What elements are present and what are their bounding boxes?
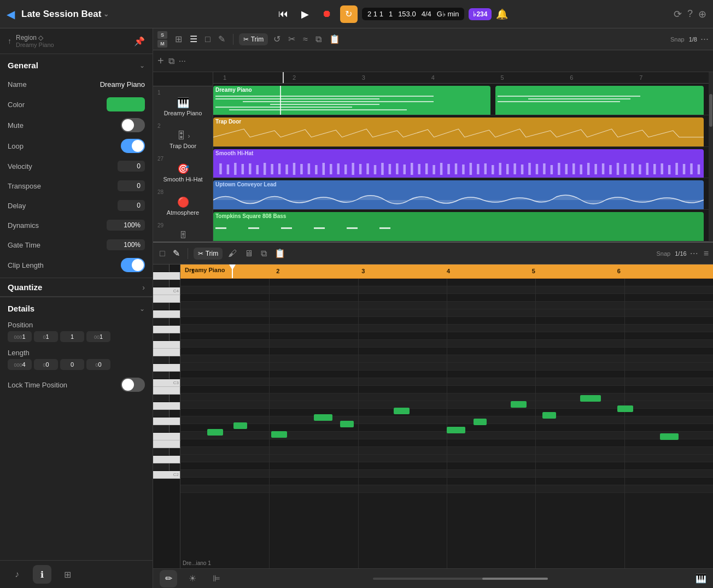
add-track-button[interactable]: + — [157, 55, 164, 67]
piano-key-22[interactable] — [153, 433, 180, 440]
piano-key-10[interactable] — [153, 341, 180, 349]
piano-key-17[interactable] — [153, 395, 170, 402]
piano-key-24[interactable] — [153, 448, 170, 456]
pr-note-6[interactable] — [447, 427, 465, 433]
details-section-header[interactable]: Details ⌄ — [0, 297, 153, 317]
snap-value[interactable]: 1/8 — [689, 36, 697, 43]
pr-note-4[interactable] — [340, 421, 353, 427]
delay-field[interactable]: 0 — [118, 200, 145, 211]
scrollbar-thumb[interactable] — [709, 94, 712, 127]
gate-time-field[interactable]: 100% — [107, 239, 145, 250]
piano-key-2[interactable] — [153, 280, 170, 287]
piano-key-15[interactable]: C3 — [153, 379, 180, 387]
clip-dreamy-piano-2[interactable] — [495, 86, 704, 115]
scissors-icon[interactable]: ✂ — [286, 32, 297, 46]
pr-pen-icon[interactable]: ✎ — [171, 246, 182, 261]
copy-track-button[interactable]: ⧉ — [168, 56, 174, 66]
pr-clipboard-icon[interactable]: 📋 — [272, 246, 288, 261]
pr-note-3[interactable] — [314, 414, 332, 421]
track-ellipsis-button[interactable]: ··· — [179, 56, 186, 66]
pr-note-7[interactable] — [474, 419, 487, 425]
position-field-3[interactable]: 001 — [86, 331, 110, 342]
position-field-1[interactable]: 01 — [34, 331, 58, 342]
piano-key-14[interactable] — [153, 372, 170, 379]
velocity-field[interactable]: 0 — [118, 161, 145, 172]
record-button[interactable]: ⏺ — [318, 5, 336, 23]
pr-brush-icon[interactable]: 🖌 — [226, 246, 239, 261]
pr-lines-icon[interactable]: ≡ — [704, 249, 709, 258]
general-section-header[interactable]: General ⌄ — [0, 54, 153, 74]
grid-tab[interactable]: ⊞ — [58, 565, 77, 584]
more-button[interactable]: ··· — [700, 33, 709, 45]
piano-key-25[interactable] — [153, 456, 180, 463]
piano-key-0[interactable] — [153, 264, 170, 272]
wave-icon[interactable]: ≈ — [301, 32, 310, 46]
scroll-thumb[interactable] — [482, 578, 548, 580]
length-field-0[interactable]: 0004 — [8, 359, 32, 370]
pr-monitor-icon[interactable]: 🖥 — [242, 246, 255, 261]
piano-roll-grid[interactable]: Dreamy Piano 1 2 3 4 5 6 — [180, 264, 713, 568]
play-button[interactable]: ▶ — [296, 5, 314, 23]
pin-icon[interactable]: 📌 — [134, 36, 145, 46]
help-icon[interactable]: ? — [687, 8, 693, 20]
pr-note-5[interactable] — [394, 408, 410, 414]
piano-key-4[interactable] — [153, 295, 180, 303]
pr-note-11[interactable] — [617, 405, 633, 412]
clip-length-toggle[interactable] — [121, 258, 145, 272]
length-field-1[interactable]: 00 — [34, 359, 58, 370]
pr-note-8[interactable] — [511, 401, 527, 408]
audio-tab[interactable]: ♪ — [8, 565, 26, 584]
metronome-button[interactable]: 🔔 — [496, 8, 508, 20]
loop-button[interactable]: ↻ — [340, 5, 358, 23]
piano-icon[interactable]: 🎹 — [696, 573, 706, 584]
clip-uptown[interactable]: Uptown Conveyor Lead — [213, 180, 704, 209]
pr-note-9[interactable] — [542, 412, 556, 419]
position-field-0[interactable]: 0001 — [8, 331, 32, 342]
piano-key-20[interactable] — [153, 418, 180, 425]
length-field-2[interactable]: 0 — [60, 359, 84, 370]
piano-key-18[interactable] — [153, 402, 180, 410]
name-value[interactable]: Dreamy Piano — [100, 80, 145, 89]
loop-icon[interactable]: ↺ — [271, 32, 283, 46]
list-icon[interactable]: ☰ — [188, 32, 200, 46]
copy2-icon[interactable]: ⧉ — [313, 32, 324, 46]
clip-smooth-hihat[interactable]: Smooth Hi-Hat — [213, 149, 704, 178]
pr-copy3-icon[interactable]: ⧉ — [259, 246, 269, 261]
pr-note-12[interactable] — [660, 433, 679, 440]
piano-key-21[interactable] — [153, 425, 170, 433]
sun-tool-button[interactable]: ☀ — [184, 570, 201, 587]
piano-key-19[interactable] — [153, 410, 170, 418]
back-button[interactable]: ◀ — [7, 8, 15, 21]
lock-time-position-toggle[interactable] — [121, 378, 145, 392]
piano-key-16[interactable] — [153, 387, 180, 395]
refresh-icon[interactable]: ⟳ — [674, 8, 682, 20]
project-title-chevron[interactable]: ⌄ — [103, 10, 109, 18]
pr-trim-button[interactable]: ✂ Trim — [194, 248, 223, 260]
pr-snap-value[interactable]: 1/16 — [675, 250, 686, 257]
rewind-button[interactable]: ⏮ — [274, 5, 292, 23]
pr-note-1[interactable] — [233, 422, 247, 429]
piano-key-6[interactable] — [153, 310, 180, 318]
piano-key-5[interactable] — [153, 303, 170, 310]
key-badge[interactable]: ♭234 — [469, 8, 492, 20]
info-tab[interactable]: ℹ — [33, 565, 51, 584]
clipboard-icon[interactable]: 📋 — [327, 32, 342, 46]
mute-button[interactable]: M — [157, 40, 167, 48]
piano-key-11[interactable] — [153, 349, 180, 356]
clip-tompkins[interactable]: Tompkins Square 808 Bass — [213, 212, 704, 241]
sliders-tool-button[interactable]: ⊫ — [208, 570, 225, 587]
scroll-bar[interactable] — [373, 578, 548, 580]
solo-button[interactable]: S — [157, 31, 167, 39]
color-swatch[interactable] — [107, 97, 145, 111]
up-arrow-icon[interactable]: ↑ — [8, 37, 11, 45]
piano-key-1[interactable] — [153, 272, 180, 280]
pr-note-0[interactable] — [207, 429, 223, 436]
rect-icon[interactable]: □ — [203, 32, 213, 46]
piano-key-7[interactable] — [153, 318, 170, 326]
loop-toggle[interactable] — [121, 139, 145, 153]
pr-note-2[interactable] — [271, 431, 287, 438]
mute-toggle[interactable] — [121, 118, 145, 132]
piano-key-27[interactable]: C2 — [153, 471, 180, 479]
mixer-icon[interactable]: ⊞ — [173, 32, 184, 46]
dynamics-field[interactable]: 100% — [107, 220, 145, 231]
